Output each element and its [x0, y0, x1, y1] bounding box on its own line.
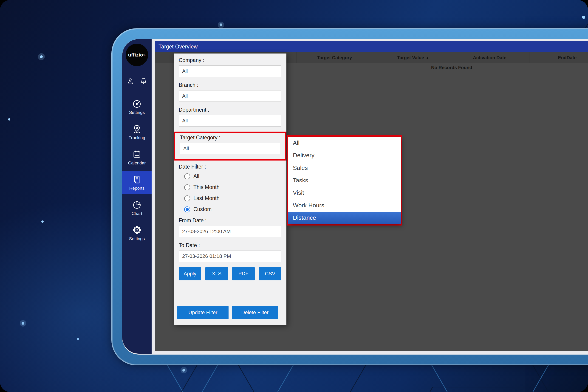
- sidebar-nav-label: Chart: [132, 211, 142, 216]
- date-filter-option[interactable]: All: [184, 173, 281, 179]
- sidebar-nav-item[interactable]: Calendar: [122, 146, 152, 169]
- radio-button[interactable]: [184, 174, 190, 179]
- date-filter-group: Date Filter : All This Month Last Mo: [179, 164, 281, 212]
- date-filter-option[interactable]: Custom: [184, 206, 281, 212]
- from-date-label: From Date :: [179, 218, 281, 224]
- table-column-header[interactable]: Target Category: [296, 52, 374, 63]
- user-icon[interactable]: [126, 77, 134, 85]
- radio-button[interactable]: [184, 184, 190, 190]
- dropdown-option[interactable]: All: [288, 137, 401, 149]
- table-column-header[interactable]: Target Value▲: [374, 52, 452, 63]
- radio-label: All: [194, 173, 199, 179]
- table-column-label: Target Value: [397, 55, 424, 60]
- sidebar-nav-label: Settings: [129, 236, 145, 241]
- dropdown-option-label: Sales: [293, 164, 308, 172]
- sidebar-nav: Settings Tracking: [122, 96, 152, 247]
- radio-button[interactable]: [184, 196, 190, 202]
- radio-label: Last Month: [194, 195, 220, 202]
- sidebar-nav-item[interactable]: Settings: [122, 222, 152, 245]
- company-label: Company :: [179, 57, 281, 64]
- dropdown-option-label: Visit: [293, 189, 304, 196]
- sidebar-top-icons: [126, 77, 148, 85]
- sidebar-nav-label: Tracking: [128, 135, 145, 140]
- radio-label: This Month: [194, 184, 220, 190]
- department-field-group: Department :: [179, 107, 281, 126]
- bell-icon[interactable]: [140, 77, 148, 85]
- sidebar-nav-item[interactable]: Settings: [122, 96, 152, 118]
- target-category-highlight-annotation: Target Category :: [174, 132, 286, 160]
- sidebar-nav-item[interactable]: Reports: [122, 171, 152, 194]
- brand-logo: uffizio»: [126, 44, 148, 66]
- target-category-field-group: Target Category :: [180, 134, 280, 154]
- brand-logo-text: uffizio»: [128, 52, 146, 58]
- to-date-field-group: To Date :: [179, 242, 281, 262]
- to-date-input[interactable]: [179, 250, 281, 262]
- from-date-field-group: From Date :: [179, 218, 281, 237]
- page-title: Target Overview: [158, 44, 198, 50]
- sidebar-nav-icon: [132, 200, 142, 210]
- target-category-input[interactable]: [180, 143, 280, 154]
- date-filter-option[interactable]: Last Month: [184, 195, 281, 202]
- target-category-label: Target Category :: [180, 134, 280, 141]
- radio-button[interactable]: [184, 206, 190, 212]
- branch-field-group: Branch :: [179, 82, 281, 102]
- department-label: Department :: [179, 107, 281, 113]
- sidebar: uffizio»: [122, 39, 152, 354]
- dropdown-option-label: Distance: [293, 214, 316, 222]
- saved-filter-button[interactable]: Delete Filter: [232, 306, 278, 319]
- dropdown-option[interactable]: Distance: [288, 212, 401, 224]
- company-input[interactable]: [179, 66, 281, 77]
- dropdown-option-label: Work Hours: [293, 202, 324, 209]
- sidebar-nav-item[interactable]: Chart: [122, 196, 152, 220]
- sidebar-nav-icon: [132, 99, 142, 108]
- date-filter-label: Date Filter :: [179, 164, 281, 170]
- to-date-label: To Date :: [179, 242, 281, 248]
- export-button[interactable]: Apply: [179, 267, 201, 280]
- dropdown-option[interactable]: Sales: [288, 162, 401, 174]
- sidebar-nav-icon: [132, 225, 142, 235]
- sidebar-nav-icon: [132, 175, 142, 184]
- dropdown-option[interactable]: Visit: [288, 187, 401, 199]
- dropdown-option-label: Delivery: [293, 152, 314, 159]
- table-empty-message: No Records Found: [296, 65, 588, 70]
- brand-logo-arrow: »: [143, 52, 146, 58]
- branch-input[interactable]: [179, 90, 281, 102]
- table-column-header[interactable]: EndDate: [529, 52, 588, 63]
- export-button[interactable]: XLS: [205, 267, 228, 280]
- target-category-dropdown: All Delivery Sales Tasks Visit: [288, 137, 401, 224]
- sidebar-nav-label: Settings: [129, 110, 145, 115]
- dropdown-option-label: Tasks: [293, 177, 308, 184]
- page-title-bar: Target Overview: [155, 41, 588, 52]
- dropdown-highlight-annotation: All Delivery Sales Tasks Visit: [287, 135, 402, 226]
- saved-filter-button[interactable]: Update Filter: [177, 306, 228, 319]
- sort-arrow-icon: ▲: [426, 56, 429, 60]
- sidebar-nav-label: Calendar: [128, 160, 146, 166]
- table-column-header[interactable]: Activation Date: [452, 52, 530, 63]
- export-button[interactable]: PDF: [232, 267, 255, 280]
- saved-filter-button-row: Update Filter Delete Filter: [177, 306, 278, 319]
- export-button[interactable]: CSV: [259, 267, 281, 280]
- filter-panel: Company : Branch : Department : Target C…: [174, 54, 286, 325]
- from-date-input[interactable]: [179, 226, 281, 237]
- department-input[interactable]: [179, 115, 281, 126]
- date-filter-options: All This Month Last Month Custom: [184, 173, 281, 212]
- table-column-label: Activation Date: [473, 55, 506, 60]
- dropdown-option-label: All: [293, 140, 300, 146]
- dropdown-option[interactable]: Tasks: [288, 174, 401, 186]
- company-field-group: Company :: [179, 57, 281, 77]
- export-button-row: Apply XLS PDF CSV: [179, 267, 281, 280]
- date-filter-option[interactable]: This Month: [184, 184, 281, 190]
- radio-label: Custom: [194, 206, 212, 212]
- sidebar-nav-label: Reports: [129, 186, 145, 191]
- branch-label: Branch :: [179, 82, 281, 88]
- dropdown-option[interactable]: Delivery: [288, 149, 401, 162]
- screenshot-stage: uffizio»: [0, 0, 588, 392]
- dropdown-option[interactable]: Work Hours: [288, 199, 401, 212]
- table-column-label: Target Category: [317, 55, 352, 60]
- sidebar-nav-icon: [132, 150, 142, 159]
- table-column-label: EndDate: [558, 55, 576, 60]
- sidebar-nav-item[interactable]: Tracking: [122, 121, 152, 144]
- sidebar-nav-icon: [132, 124, 142, 134]
